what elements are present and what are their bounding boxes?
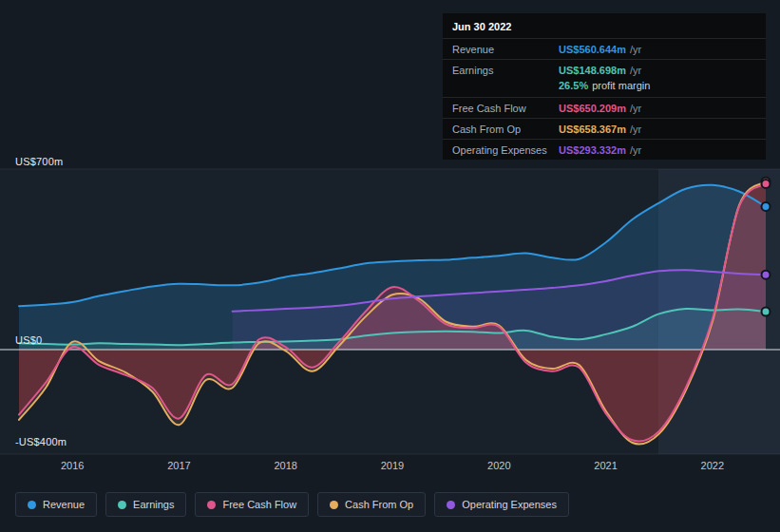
chart-legend: RevenueEarningsFree Cash FlowCash From O… (15, 492, 569, 517)
x-axis-label: 2019 (373, 460, 411, 471)
tooltip-value: US$560.644m (559, 44, 626, 55)
tooltip-row-cash-from-op: Cash From Op US$658.367m /yr (443, 118, 766, 139)
x-axis-label: 2020 (480, 460, 518, 471)
legend-item-earnings[interactable]: Earnings (105, 492, 186, 517)
earnings-endpoint-marker (762, 308, 770, 316)
chart-tooltip: Jun 30 2022 Revenue US$560.644m /yr Earn… (443, 13, 766, 160)
profit-margin-value: 26.5% (559, 80, 588, 91)
tooltip-value: US$650.209m (559, 103, 626, 114)
operating_expenses-endpoint-marker (762, 271, 770, 279)
operating_expenses-legend-dot (447, 501, 455, 509)
tooltip-profit-margin: 26.5%profit margin (443, 80, 766, 97)
legend-item-free_cash_flow[interactable]: Free Cash Flow (195, 492, 309, 517)
tooltip-suffix: /yr (630, 124, 641, 135)
tooltip-value: US$658.367m (559, 124, 626, 135)
tooltip-label: Earnings (452, 65, 559, 76)
x-axis-label: 2017 (160, 460, 198, 471)
legend-item-label: Operating Expenses (462, 499, 557, 510)
revenue-legend-dot (28, 501, 36, 509)
x-axis-label: 2022 (694, 460, 732, 471)
free_cash_flow-endpoint-marker (762, 180, 770, 188)
x-axis-label: 2021 (587, 460, 625, 471)
legend-item-operating_expenses[interactable]: Operating Expenses (434, 492, 569, 517)
y-axis-label: US$0 (15, 334, 42, 346)
tooltip-label: Operating Expenses (452, 144, 559, 156)
y-axis-label: US$700m (15, 156, 63, 167)
tooltip-label: Revenue (452, 44, 559, 55)
legend-item-label: Revenue (43, 499, 85, 510)
tooltip-row-revenue: Revenue US$560.644m /yr (443, 38, 766, 59)
tooltip-suffix: /yr (630, 103, 641, 114)
tooltip-row-operating-expenses: Operating Expenses US$293.332m /yr (443, 139, 766, 160)
tooltip-date: Jun 30 2022 (443, 13, 766, 38)
earnings-legend-dot (118, 501, 126, 509)
x-axis-label: 2016 (53, 460, 91, 471)
x-axis-label: 2018 (267, 460, 305, 471)
tooltip-row-earnings: Earnings US$148.698m /yr (443, 59, 766, 80)
legend-item-label: Earnings (133, 499, 174, 510)
financials-chart-panel: US$700mUS$0-US$400m 20162017201820192020… (0, 0, 780, 532)
legend-item-cash_from_op[interactable]: Cash From Op (317, 492, 426, 517)
free_cash_flow-legend-dot (207, 501, 216, 509)
tooltip-value: US$148.698m (559, 65, 626, 76)
tooltip-row-free-cash-flow: Free Cash Flow US$650.209m /yr (443, 97, 766, 118)
legend-item-label: Cash From Op (345, 499, 413, 510)
tooltip-label: Free Cash Flow (452, 103, 559, 114)
legend-item-revenue[interactable]: Revenue (15, 492, 97, 517)
tooltip-suffix: /yr (630, 44, 641, 55)
y-axis-label: -US$400m (15, 436, 67, 447)
cash_from_op-legend-dot (330, 501, 338, 509)
revenue-endpoint-marker (762, 202, 770, 211)
legend-item-label: Free Cash Flow (222, 499, 296, 510)
tooltip-suffix: /yr (630, 65, 641, 76)
tooltip-label: Cash From Op (452, 124, 559, 135)
profit-margin-label: profit margin (592, 80, 650, 91)
tooltip-value: US$293.332m (559, 144, 626, 156)
tooltip-suffix: /yr (630, 144, 641, 156)
